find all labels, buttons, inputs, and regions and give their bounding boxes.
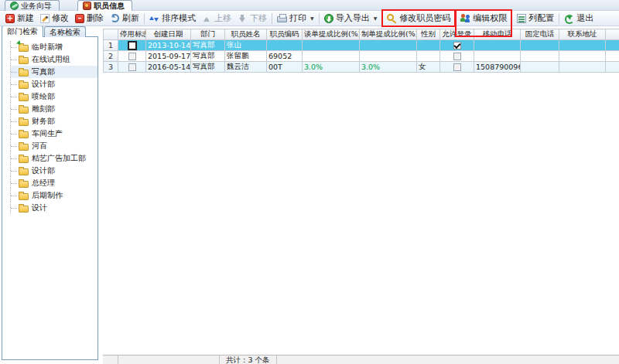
- exit-icon: [564, 13, 574, 23]
- landline-cell[interactable]: [521, 40, 559, 51]
- checkbox-unchecked[interactable]: [128, 63, 136, 71]
- column-config-icon: [517, 14, 526, 23]
- import-export-button[interactable]: 导入导出 ▼: [321, 12, 381, 26]
- col-header-create-date[interactable]: 创建日期: [146, 29, 191, 40]
- tree-item[interactable]: 精艺广告加工部: [11, 152, 97, 165]
- deal-pct-cell[interactable]: [303, 51, 360, 62]
- checkbox-unchecked[interactable]: [453, 63, 461, 71]
- code-cell[interactable]: 00T: [267, 62, 303, 73]
- column-config-button[interactable]: 列配置: [514, 12, 557, 26]
- landline-cell[interactable]: [521, 62, 559, 73]
- tree-item-label: 喷绘部: [32, 91, 55, 102]
- make-pct-cell[interactable]: 3.0%: [360, 62, 417, 73]
- col-header-code[interactable]: 职员编码: [267, 29, 303, 40]
- address-cell[interactable]: [559, 40, 606, 51]
- tree-item[interactable]: 后期制作: [11, 189, 97, 202]
- tree-item[interactable]: 喷绘部: [11, 90, 97, 103]
- make-pct-cell[interactable]: [360, 51, 417, 62]
- deal-pct-cell[interactable]: [303, 40, 360, 51]
- gender-cell[interactable]: [417, 40, 440, 51]
- checkbox-unchecked[interactable]: [128, 42, 136, 49]
- address-cell[interactable]: [559, 62, 606, 73]
- dropdown-arrow-icon[interactable]: ▼: [374, 15, 378, 21]
- create-date-cell[interactable]: 2016-05-14: [146, 62, 191, 73]
- tree-item-temp-add[interactable]: 临时新增: [11, 41, 97, 53]
- tree-item[interactable]: 在线试用组: [11, 53, 97, 66]
- code-cell[interactable]: [267, 40, 303, 51]
- tab-employee-info[interactable]: 职员信息: [77, 0, 132, 11]
- exit-button[interactable]: 退出: [561, 12, 597, 26]
- col-header-address[interactable]: 联系地址: [559, 29, 606, 40]
- edit-button[interactable]: 修改: [37, 12, 72, 26]
- sort-icon: [149, 13, 159, 23]
- create-date-cell[interactable]: 2015-09-17: [146, 51, 191, 62]
- col-header-partial[interactable]: [606, 29, 619, 40]
- tab-name-search[interactable]: 名称检索: [44, 26, 86, 37]
- create-date-cell[interactable]: 2013-10-14: [146, 40, 191, 51]
- department-cell[interactable]: 写真部: [191, 51, 225, 62]
- gender-cell[interactable]: 女: [417, 62, 440, 73]
- refresh-button[interactable]: 刷新: [107, 12, 142, 26]
- mobile-cell[interactable]: [474, 40, 521, 51]
- tree-item[interactable]: 财务部: [11, 115, 97, 128]
- new-button[interactable]: 新建: [2, 12, 37, 26]
- table-row[interactable]: 1 2013-10-14 写真部 张山: [104, 40, 619, 51]
- col-header-allow-login[interactable]: 允许登录: [440, 29, 474, 40]
- mobile-cell[interactable]: [474, 51, 521, 62]
- table-row[interactable]: 2 2015-09-17 写真部 张留鹏 69052: [104, 51, 619, 62]
- department-cell[interactable]: 写真部: [191, 62, 225, 73]
- edit-permission-button[interactable]: 编辑权限: [457, 12, 510, 26]
- table-row[interactable]: 3 2016-05-14 写真部 魏云洁 00T 3.0% 3.0% 女 150…: [104, 62, 619, 73]
- deal-pct-cell[interactable]: 3.0%: [303, 62, 360, 73]
- gender-cell[interactable]: [417, 51, 440, 62]
- col-header-landline[interactable]: 固定电话: [521, 29, 559, 40]
- dropdown-arrow-icon[interactable]: ▼: [310, 15, 314, 21]
- sort-mode-button[interactable]: 排序模式: [146, 12, 199, 26]
- move-down-button[interactable]: 下移: [234, 12, 270, 26]
- partial-cell[interactable]: [606, 62, 619, 73]
- code-cell[interactable]: 69052: [267, 51, 303, 62]
- checkbox-unchecked[interactable]: [453, 53, 461, 60]
- print-label: 打印: [289, 12, 306, 24]
- name-cell[interactable]: 张山: [225, 40, 267, 51]
- col-header-deal-pct[interactable]: 谈单提成比例(%): [303, 29, 360, 40]
- mobile-cell[interactable]: 15087900963: [474, 62, 521, 73]
- tree-item[interactable]: 设计部: [11, 165, 97, 177]
- checkbox-checked[interactable]: [453, 42, 461, 49]
- move-up-button[interactable]: 上移: [199, 12, 234, 26]
- allow-login-cell[interactable]: [440, 40, 474, 51]
- allow-login-cell[interactable]: [440, 62, 474, 73]
- landline-cell[interactable]: [521, 51, 559, 62]
- delete-button[interactable]: 删除: [72, 12, 107, 26]
- tab-department-search[interactable]: 部门检索: [2, 26, 43, 37]
- disable-flag-cell[interactable]: [118, 62, 146, 73]
- col-header-name[interactable]: 职员姓名: [225, 29, 267, 40]
- col-header-gender[interactable]: 性别: [417, 29, 440, 40]
- partial-cell[interactable]: [606, 40, 619, 51]
- change-password-button[interactable]: 修改职员密码: [384, 12, 453, 26]
- tree-item[interactable]: 总经理: [11, 177, 97, 189]
- tree-item-selected[interactable]: 写真部: [11, 66, 97, 78]
- partial-cell[interactable]: [606, 51, 619, 62]
- checkbox-unchecked[interactable]: [128, 53, 136, 60]
- disable-flag-cell[interactable]: [118, 51, 146, 62]
- address-cell[interactable]: [559, 51, 606, 62]
- col-header-disable-flag[interactable]: 停用标志: [118, 29, 146, 40]
- disable-flag-cell[interactable]: [118, 40, 146, 51]
- make-pct-cell[interactable]: [360, 40, 417, 51]
- name-cell[interactable]: 魏云洁: [225, 62, 267, 73]
- tree-item[interactable]: 雕刻部: [11, 103, 97, 115]
- tree-item[interactable]: 河百: [11, 140, 97, 152]
- col-header-make-pct[interactable]: 制单提成比例(%): [360, 29, 417, 40]
- print-button[interactable]: 打印 ▼: [274, 12, 317, 26]
- col-header-department[interactable]: 部门: [191, 29, 225, 40]
- tree-item-label: 临时新增: [32, 42, 63, 53]
- tree-item[interactable]: 设计部: [11, 78, 97, 90]
- name-cell[interactable]: 张留鹏: [225, 51, 267, 62]
- tab-business-wizard[interactable]: 业务向导: [5, 0, 60, 11]
- department-cell[interactable]: 写真部: [191, 40, 225, 51]
- tree-item[interactable]: 车间生产: [11, 128, 97, 140]
- allow-login-cell[interactable]: [440, 51, 474, 62]
- col-header-mobile[interactable]: 移动电话: [474, 29, 521, 40]
- tree-item[interactable]: 设计: [11, 202, 97, 214]
